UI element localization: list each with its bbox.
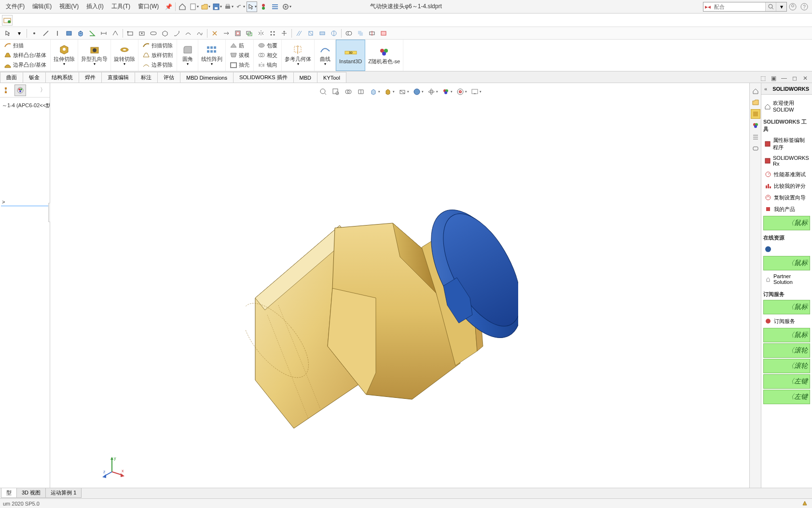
view-triad[interactable]: y x z: [102, 455, 126, 479]
macro-icon[interactable]: [2, 15, 13, 26]
fm-tab-tree[interactable]: [2, 85, 14, 96]
rebuild-icon[interactable]: [258, 1, 269, 12]
mirror-button[interactable]: 镜向: [257, 60, 278, 70]
tp-copy-settings[interactable]: 复制设置向导: [763, 192, 810, 203]
ref-geometry-button[interactable]: 参考几何体▾: [282, 40, 315, 71]
trim-icon[interactable]: [209, 28, 220, 39]
search-button[interactable]: [765, 2, 776, 11]
arc-icon[interactable]: [183, 28, 193, 39]
user-icon[interactable]: [787, 1, 798, 12]
decal-icon[interactable]: [454, 86, 466, 98]
apply-scene-icon[interactable]: [426, 86, 437, 98]
menu-view[interactable]: 视图(V): [55, 0, 83, 13]
3d-model[interactable]: [246, 201, 518, 431]
tab-mbd[interactable]: MBD: [293, 72, 317, 83]
extend-icon[interactable]: [221, 28, 232, 39]
options-list-icon[interactable]: [270, 1, 280, 12]
expand-icon[interactable]: ⬚: [758, 74, 768, 83]
move-sketch-icon[interactable]: [279, 28, 289, 39]
fm-tab-appearance[interactable]: [14, 85, 26, 96]
save-icon[interactable]: ▾: [212, 1, 222, 12]
edit-appearance-icon[interactable]: [411, 86, 423, 98]
tab-sheetmetal[interactable]: 钣金: [23, 72, 46, 83]
rt-list-icon[interactable]: [751, 132, 760, 142]
search-dropdown[interactable]: ▾: [776, 2, 786, 11]
offset-icon[interactable]: [244, 28, 255, 39]
corner-rect-icon[interactable]: [125, 28, 136, 39]
render-tools-icon[interactable]: [440, 86, 452, 98]
display-style-icon[interactable]: [382, 86, 394, 98]
undo-icon[interactable]: ▾: [235, 1, 246, 12]
bottom-tab-3dview[interactable]: 3D 视图: [16, 488, 46, 498]
tab-structure[interactable]: 结构系统: [45, 72, 79, 83]
vertical-line-icon[interactable]: [52, 28, 63, 39]
cube-icon[interactable]: [75, 28, 86, 39]
select-icon[interactable]: ▾: [247, 1, 257, 12]
fm-expand-arrow[interactable]: 〉: [38, 86, 48, 94]
tab-surface[interactable]: 曲面: [0, 72, 23, 83]
tp-prop-tab[interactable]: 属性标签编制程序: [763, 135, 810, 153]
loft-cut-button[interactable]: 放样切割: [141, 50, 174, 60]
tp-sub[interactable]: 订阅服务: [763, 315, 810, 327]
hide-show-icon[interactable]: [397, 86, 408, 98]
chamfer-line-icon[interactable]: [171, 28, 182, 39]
fm-config-node[interactable]: ～1-4 (APC6-02<<默认: [1, 100, 49, 111]
new-icon[interactable]: ▾: [189, 1, 199, 12]
tp-collapse-icon[interactable]: «: [764, 86, 767, 92]
prev-view-icon[interactable]: [343, 86, 354, 98]
center-rect-icon[interactable]: [137, 28, 147, 39]
tp-3dexp[interactable]: [763, 243, 810, 255]
rt-folder-icon[interactable]: [751, 98, 760, 107]
home-icon[interactable]: [177, 1, 188, 12]
delete-face-icon[interactable]: [378, 28, 389, 39]
sketch-tool-1-icon[interactable]: [294, 28, 304, 39]
convert-icon[interactable]: [233, 28, 243, 39]
rib-button[interactable]: 筋: [229, 41, 250, 50]
menu-tools[interactable]: 工具(T): [108, 0, 134, 13]
tab-kytool[interactable]: KYTool: [317, 72, 346, 83]
tp-compare[interactable]: 比较我的评分: [763, 180, 810, 192]
sketch-tool-4-icon[interactable]: [329, 28, 339, 39]
shell-button[interactable]: 抽壳: [229, 60, 250, 70]
maximize-icon[interactable]: ◻: [790, 74, 799, 83]
line-icon[interactable]: [41, 28, 51, 39]
tp-sw-rx[interactable]: SOLIDWORKS Rx: [763, 153, 810, 169]
tab-direct-edit[interactable]: 直接编辑: [101, 72, 135, 83]
tab-weldment[interactable]: 焊件: [79, 72, 102, 83]
print-icon[interactable]: ▾: [223, 1, 234, 12]
rt-custom-props-icon[interactable]: [751, 121, 760, 130]
mirror-sketch-icon[interactable]: [256, 28, 266, 39]
tab-mbd-dim[interactable]: MBD Dimensions: [180, 72, 234, 83]
tp-perf-test[interactable]: 性能基准测试: [763, 169, 810, 180]
slot-icon[interactable]: [148, 28, 159, 39]
pattern-sketch-icon[interactable]: [267, 28, 278, 39]
menu-window[interactable]: 窗口(W): [134, 0, 163, 13]
draft-button[interactable]: 拔模: [229, 50, 250, 60]
fillet-button[interactable]: 圆角▾: [177, 40, 198, 71]
loft-boss-button[interactable]: 放样凸台/基体: [3, 50, 47, 60]
help-icon[interactable]: ?: [799, 1, 810, 12]
instant3d-button[interactable]: 3D Instant3D: [336, 40, 365, 71]
point-icon[interactable]: [29, 28, 40, 39]
tab-evaluate[interactable]: 评估: [157, 72, 180, 83]
split-line-icon[interactable]: [367, 28, 377, 39]
tp-welcome[interactable]: 欢迎使用 SOLIDW: [763, 98, 810, 114]
sketch-tool-3-icon[interactable]: [317, 28, 328, 39]
bottom-tab-motion[interactable]: 运动算例 1: [45, 488, 82, 498]
tab-annotate[interactable]: 标注: [135, 72, 158, 83]
dimension-icon[interactable]: [98, 28, 109, 39]
tp-partner[interactable]: Partner Solution: [763, 271, 810, 287]
restore-icon[interactable]: ▣: [769, 74, 778, 83]
hole-wizard-button[interactable]: 异型孔向导▾: [78, 40, 111, 71]
tab-sw-addins[interactable]: SOLIDWORKS 插件: [233, 72, 294, 83]
rt-appearance-icon[interactable]: [751, 109, 760, 119]
sketch-tool-2-icon[interactable]: [305, 28, 316, 39]
status-icon[interactable]: [801, 500, 809, 508]
split-icon[interactable]: [344, 28, 354, 39]
combine-icon[interactable]: [355, 28, 366, 39]
search-input[interactable]: [712, 4, 765, 10]
fm-tree[interactable]: ～1-4 (APC6-02<<默认 >: [0, 98, 50, 488]
linear-pattern-button[interactable]: 线性阵列▾: [198, 40, 226, 71]
minimize-icon[interactable]: —: [779, 74, 789, 83]
wrap-button[interactable]: 包覆: [257, 41, 278, 50]
